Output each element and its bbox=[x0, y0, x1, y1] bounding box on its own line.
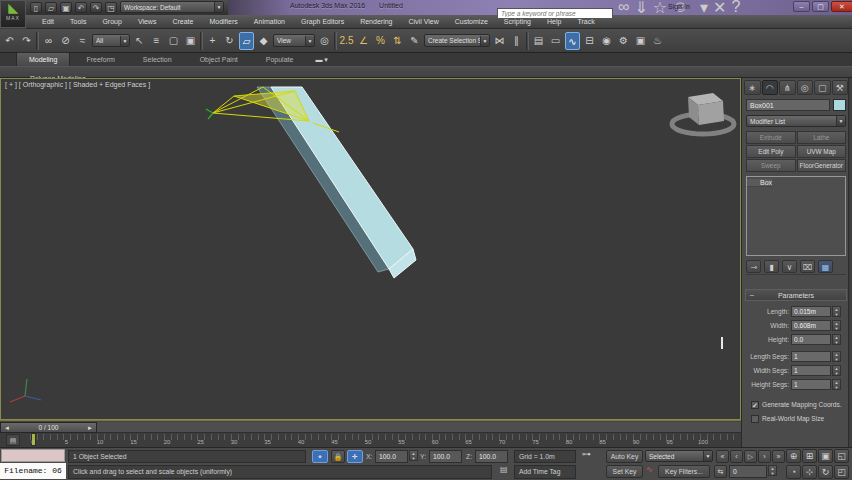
lock-selection-icon[interactable]: 🔒 bbox=[331, 450, 345, 463]
box001-object[interactable] bbox=[257, 87, 416, 278]
hierarchy-tab[interactable]: ⋔ bbox=[779, 80, 796, 95]
object-color-swatch[interactable] bbox=[833, 99, 846, 111]
menu-views[interactable]: Views bbox=[130, 15, 165, 28]
percent-snap-icon[interactable]: % bbox=[373, 32, 388, 50]
menu-civil-view[interactable]: Civil View bbox=[400, 15, 446, 28]
zoom-extents-all-icon[interactable]: ◱ bbox=[834, 449, 849, 463]
unlink-selection-icon[interactable]: ⊘ bbox=[58, 32, 73, 50]
modifier-button-extrude[interactable]: Extrude bbox=[746, 131, 796, 144]
param-spinner[interactable]: ▲▼ bbox=[832, 365, 841, 376]
selection-filter-dropdown[interactable]: All▼ bbox=[92, 34, 130, 47]
absolute-mode-toggle-icon[interactable]: ✛ bbox=[347, 450, 363, 463]
open-file-icon[interactable]: ▱ bbox=[45, 2, 57, 13]
viewport[interactable]: [ + ] [ Orthographic ] [ Shaded + Edged … bbox=[0, 78, 741, 420]
ribbon-panel-strip[interactable]: Polygon Modeling bbox=[0, 66, 852, 78]
previous-frame-button[interactable]: ‹ bbox=[730, 450, 743, 463]
ribbon-tab-selection[interactable]: Selection bbox=[131, 53, 184, 66]
next-frame-arrow-icon[interactable]: ► bbox=[84, 425, 96, 431]
workspace-dropdown[interactable]: Workspace: Default ▼ bbox=[120, 1, 224, 13]
rendered-frame-window-icon[interactable]: ▣ bbox=[633, 32, 648, 50]
named-selection-sets-dropdown[interactable]: Create Selection Se▼ bbox=[424, 34, 490, 47]
render-setup-icon[interactable]: ⚙ bbox=[616, 32, 631, 50]
param-field-1[interactable]: 0.608m bbox=[791, 320, 831, 331]
param-field-0[interactable]: 0.015m bbox=[791, 306, 831, 317]
undo-icon[interactable]: ↶ bbox=[2, 32, 17, 50]
auto-key-button[interactable]: Auto Key bbox=[606, 450, 643, 463]
modifier-button-floorgenerator[interactable]: FloorGenerator bbox=[797, 159, 847, 172]
redo-icon[interactable]: ↷ bbox=[90, 2, 102, 13]
utilities-tab[interactable]: ⚒ bbox=[832, 80, 849, 95]
ribbon-tab-populate[interactable]: Populate bbox=[254, 53, 306, 66]
angle-snap-icon[interactable]: ∠ bbox=[356, 32, 371, 50]
create-tab[interactable]: ∗ bbox=[744, 80, 761, 95]
project-folder-icon[interactable]: ◳ bbox=[105, 2, 117, 13]
material-editor-icon[interactable]: ◉ bbox=[599, 32, 614, 50]
y-coordinate-field[interactable]: 100.0 bbox=[429, 450, 462, 463]
maximize-viewport-toggle-icon[interactable]: ◰ bbox=[834, 465, 849, 479]
signin-menu-arrow-icon[interactable]: ▾ bbox=[700, 0, 708, 17]
make-unique-icon[interactable]: ∨ bbox=[782, 260, 797, 273]
param-spinner[interactable]: ▲▼ bbox=[832, 334, 841, 345]
x-coordinate-field[interactable]: 100.0 bbox=[375, 450, 408, 463]
spinner-snap-icon[interactable]: ⇅ bbox=[390, 32, 405, 50]
z-coordinate-field[interactable]: 100.0 bbox=[475, 450, 508, 463]
curve-editor-icon[interactable]: ∿ bbox=[565, 32, 580, 50]
checkbox-icon[interactable]: ✓ bbox=[751, 401, 759, 409]
scale-gizmo[interactable] bbox=[213, 87, 339, 132]
default-tangents-icon[interactable]: ∿ bbox=[646, 465, 653, 474]
modifier-list-dropdown[interactable]: Modifier List ▼ bbox=[746, 115, 846, 127]
use-pivot-center-icon[interactable]: ◎ bbox=[317, 32, 332, 50]
favorites-star-icon[interactable]: ☆ bbox=[653, 0, 667, 17]
select-and-move-icon[interactable]: + bbox=[205, 32, 220, 50]
param-field-2[interactable]: 0.0 bbox=[791, 334, 831, 345]
parameters-rollout-header[interactable]: − Parameters bbox=[745, 289, 847, 301]
key-selection-dropdown[interactable]: Selected ▼ bbox=[645, 450, 713, 462]
select-and-scale-icon[interactable]: ▱ bbox=[239, 32, 254, 50]
modifier-button-edit-poly[interactable]: Edit Poly bbox=[746, 145, 796, 158]
current-frame-field[interactable]: 0 bbox=[729, 465, 767, 478]
modifier-button-sweep[interactable]: Sweep bbox=[746, 159, 796, 172]
time-slider-track[interactable]: ◄ 0 / 100 ► bbox=[0, 422, 741, 433]
redo-icon[interactable]: ↷ bbox=[19, 32, 34, 50]
menu-rendering[interactable]: Rendering bbox=[352, 15, 400, 28]
mirror-icon[interactable]: ⋈ bbox=[492, 32, 507, 50]
maximize-button[interactable]: ▢ bbox=[812, 1, 829, 12]
download-icon[interactable]: ⇓ bbox=[634, 0, 647, 17]
reference-coordinate-dropdown[interactable]: View▼ bbox=[273, 34, 315, 47]
window-crossing-icon[interactable]: ▣ bbox=[183, 32, 198, 50]
menu-modifiers[interactable]: Modifiers bbox=[201, 15, 245, 28]
menu-tools[interactable]: Tools bbox=[62, 15, 94, 28]
motion-tab[interactable]: ◎ bbox=[797, 80, 814, 95]
frame-spinner[interactable]: ▲▼ bbox=[768, 465, 777, 476]
key-mode-toggle-icon[interactable]: ⇆ bbox=[714, 465, 727, 478]
menu-group[interactable]: Group bbox=[94, 15, 129, 28]
go-to-start-button[interactable]: « bbox=[716, 450, 729, 463]
undo-icon[interactable]: ↶ bbox=[75, 2, 87, 13]
snaps-toggle-icon[interactable]: 2.5 bbox=[339, 32, 354, 50]
stack-item-box[interactable]: Box bbox=[747, 179, 772, 187]
schematic-view-icon[interactable]: ⊟ bbox=[582, 32, 597, 50]
add-time-tag[interactable]: Add Time Tag bbox=[514, 465, 576, 479]
exchange-icon[interactable]: ✕ bbox=[713, 0, 726, 17]
go-to-end-button[interactable]: » bbox=[772, 450, 785, 463]
render-production-icon[interactable]: ♨ bbox=[650, 32, 665, 50]
modify-tab[interactable]: ◠ bbox=[762, 80, 779, 95]
pin-stack-icon[interactable]: ⊸ bbox=[746, 260, 761, 273]
timeline-ruler[interactable]: ▤ 05101520253035404550556065707580859095… bbox=[0, 433, 741, 448]
previous-frame-arrow-icon[interactable]: ◄ bbox=[1, 425, 13, 431]
remove-modifier-icon[interactable]: ⌧ bbox=[800, 260, 815, 273]
field-of-view-icon[interactable]: ◔ bbox=[786, 465, 801, 479]
ribbon-tab-freeform[interactable]: Freeform bbox=[74, 53, 126, 66]
sign-in-link[interactable]: Sign In bbox=[668, 3, 690, 10]
checkbox-icon[interactable] bbox=[751, 415, 759, 423]
configure-modifier-sets-icon[interactable]: ▦ bbox=[818, 260, 833, 273]
zoom-icon[interactable]: ⊕ bbox=[786, 449, 801, 463]
ribbon-tab-modeling[interactable]: Modeling bbox=[16, 52, 70, 66]
select-by-name-icon[interactable]: ≡ bbox=[149, 32, 164, 50]
zoom-extents-icon[interactable]: ▣ bbox=[818, 449, 833, 463]
select-object-icon[interactable]: ↖ bbox=[132, 32, 147, 50]
help-icon[interactable]: ? bbox=[731, 0, 740, 16]
select-and-manipulate-icon[interactable]: ◆ bbox=[256, 32, 271, 50]
search-communities-icon[interactable]: ∞ bbox=[618, 0, 629, 16]
next-frame-button[interactable]: › bbox=[758, 450, 771, 463]
